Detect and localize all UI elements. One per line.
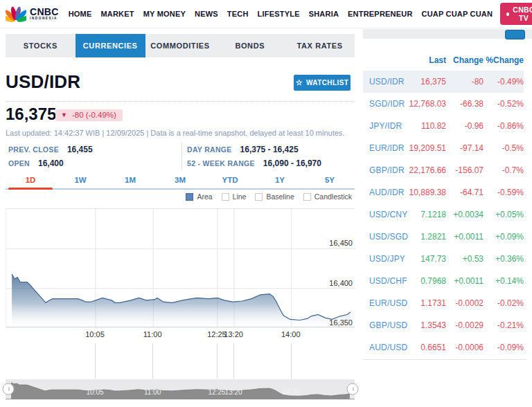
quote-row-aud-usd[interactable]: AUD/USD0.6651-0.0006-0.09% [363, 336, 524, 359]
x-axis-ticks [6, 343, 355, 379]
x-axis-tick [233, 343, 234, 379]
quote-last: 16,375 [409, 77, 446, 87]
current-price: 16,375 [6, 105, 56, 124]
quote-pct: -0.5% [484, 143, 524, 153]
legend-checkbox-line[interactable] [222, 193, 229, 201]
quote-row-usd-jpy[interactable]: USD/JPY147.73+0.53+0.36% [363, 248, 524, 270]
quote-change: +0.53 [446, 254, 484, 264]
legend-item-baseline[interactable]: Baseline [255, 192, 294, 201]
legend-item-area[interactable]: Area [186, 192, 212, 201]
nav-item-tech[interactable]: TECH [227, 10, 249, 18]
week52-range-row: 52 - WEEK RANGE 16,090 - 16,970 [187, 156, 321, 170]
quotes-header-last: Last [409, 55, 446, 65]
quote-row-jpy-idr[interactable]: JPY/IDR110.82-0.96-0.86% [363, 115, 524, 137]
open-label: OPEN [8, 159, 30, 168]
quote-last: 22,176.66 [409, 165, 446, 175]
quote-last: 0.7968 [409, 276, 446, 286]
quote-last: 19,209.51 [409, 143, 446, 153]
quote-change: -0.0006 [446, 343, 484, 352]
tab-commodities[interactable]: COMMODITIES [145, 34, 215, 57]
nav-item-cuap-cuap-cuan[interactable]: CUAP CUAP CUAN [422, 10, 493, 18]
nav-item-news[interactable]: NEWS [195, 10, 218, 18]
quote-change: -97.14 [446, 143, 484, 153]
x-axis-label-1320: 13:20 [224, 330, 243, 338]
price-chart[interactable]: 16,35016,40016,450 [6, 208, 355, 327]
nav-item-market[interactable]: MARKET [100, 10, 134, 18]
quote-row-usd-idr[interactable]: USD/IDR16,375-80-0.49% [363, 71, 524, 93]
quote-last: 7.1218 [409, 210, 446, 219]
legend-label-area: Area [197, 192, 212, 201]
quote-last: 1.1731 [409, 298, 446, 308]
live-dot-icon [506, 12, 508, 16]
prev-close-value: 16,455 [67, 145, 93, 154]
cnbc-tv-button[interactable]: CNBC TV [500, 3, 532, 25]
legend-label-line: Line [233, 192, 247, 201]
quote-change: -0.96 [446, 121, 484, 131]
x-axis-tick [291, 343, 292, 379]
legend-checkbox-baseline[interactable] [255, 193, 263, 201]
quote-row-sgd-idr[interactable]: SGD/IDR12,768.03-66.38-0.52% [363, 93, 524, 115]
quote-last: 12,768.03 [409, 99, 446, 109]
watchlist-button[interactable]: ☆ WATCHLIST [294, 75, 351, 91]
x-axis-tick [152, 343, 153, 379]
range-tab-1m[interactable]: 1M [105, 174, 155, 188]
legend-label-baseline: Baseline [266, 192, 294, 201]
range-tab-3m[interactable]: 3M [155, 174, 205, 188]
star-icon: ☆ [296, 79, 303, 87]
quote-row-usd-chf[interactable]: USD/CHF0.7968+0.0011+0.14% [363, 270, 524, 292]
quote-row-eur-usd[interactable]: EUR/USD1.1731-0.0002-0.02% [363, 292, 524, 314]
navigator-handle-right[interactable] [347, 383, 359, 395]
range-tab-1y[interactable]: 1Y [255, 174, 305, 188]
quote-row-gbp-idr[interactable]: GBP/IDR22,176.66-156.07-0.7% [363, 159, 524, 181]
nav-item-my-money[interactable]: MY MONEY [143, 10, 186, 18]
range-tab-5y[interactable]: 5Y [305, 174, 355, 188]
quote-pct: -0.02% [484, 298, 524, 308]
quotes-header-row: LastChange%Change [363, 54, 524, 66]
area-series [6, 209, 355, 328]
quote-change: -156.07 [446, 165, 484, 175]
legend-item-line[interactable]: Line [222, 192, 247, 201]
quote-pair: USD/CHF [363, 276, 409, 286]
quote-pct: +0.14% [484, 276, 524, 286]
day-range-value: 16,375 - 16,425 [240, 145, 299, 154]
nav-item-entrepreneur[interactable]: ENTREPRENEUR [348, 10, 412, 18]
quote-row-eur-idr[interactable]: EUR/IDR19,209.51-97.14-0.5% [363, 137, 524, 159]
down-triangle-icon: ▼ [61, 112, 67, 118]
quote-pair: USD/CNY [363, 210, 409, 219]
top-navigation: CNBC INDONESIA HOMEMARKETMY MONEYNEWSTEC… [0, 0, 532, 28]
quote-last: 0.6651 [409, 343, 446, 352]
tab-stocks[interactable]: STOCKS [6, 34, 76, 57]
quote-last: 10,889.38 [409, 188, 446, 197]
tab-bonds[interactable]: BONDS [215, 34, 285, 57]
x-axis-label-1005: 10:05 [85, 330, 105, 338]
cnbc-indonesia-logo[interactable]: CNBC INDONESIA [6, 4, 59, 24]
quote-pair: GBP/IDR [363, 165, 409, 175]
nav-item-home[interactable]: HOME [69, 10, 92, 18]
quote-row-usd-sgd[interactable]: USD/SGD1.2821+0.0011+0.09% [363, 226, 524, 248]
navigator-label-1225: 12:25 [208, 388, 225, 396]
quote-change: -0.0029 [446, 320, 484, 330]
chart-navigator[interactable]: 10:0511:0012:2513:2014:00 [6, 379, 355, 399]
x-axis-tick [217, 343, 218, 379]
legend-item-candlestick[interactable]: Candlestick [303, 192, 352, 201]
range-tab-1d[interactable]: 1D [6, 174, 55, 188]
quotes-panel-button[interactable] [505, 30, 525, 39]
nav-item-lifestyle[interactable]: LIFESTYLE [258, 10, 300, 18]
quote-pair: USD/SGD [363, 232, 409, 242]
legend-label-candlestick: Candlestick [314, 192, 352, 201]
quotes-header-change: Change [446, 55, 484, 65]
nav-item-sharia[interactable]: SHARIA [309, 10, 339, 18]
quote-row-gbp-usd[interactable]: GBP/USD1.3543-0.0029-0.21% [363, 314, 524, 336]
tab-tax-rates[interactable]: TAX RATES [285, 34, 355, 57]
quote-row-aud-idr[interactable]: AUD/IDR10,889.38-64.71-0.59% [363, 181, 524, 204]
range-tab-ytd[interactable]: YTD [205, 174, 255, 188]
tab-currencies[interactable]: CURRENCIES [76, 34, 145, 57]
quote-pct: -0.86% [484, 121, 524, 131]
quote-row-usd-cny[interactable]: USD/CNY7.1218+0.0034+0.05% [363, 204, 524, 226]
quote-pct: -0.52% [484, 99, 524, 109]
legend-checkbox-area[interactable] [186, 193, 193, 201]
legend-checkbox-candlestick[interactable] [303, 193, 311, 201]
stats-left-column: PREV. CLOSE 16,455 OPEN 16,400 [8, 143, 93, 170]
range-tab-1w[interactable]: 1W [55, 174, 105, 188]
navigator-handle-left[interactable] [3, 383, 15, 395]
